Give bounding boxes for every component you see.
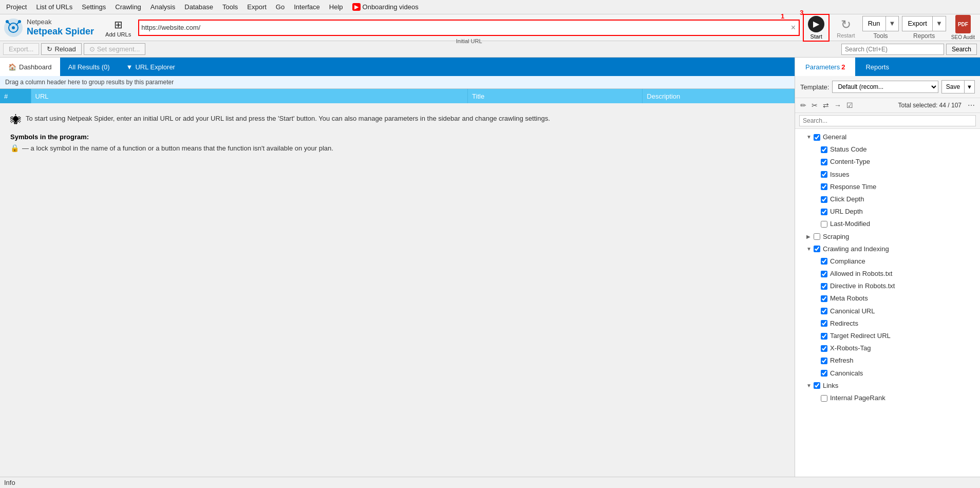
tree-checkbox[interactable] xyxy=(814,246,820,252)
forward-icon[interactable]: → xyxy=(833,100,842,110)
start-button[interactable]: ▶ Start xyxy=(803,14,830,42)
tree-item[interactable]: Meta Robots xyxy=(795,292,980,305)
tree-item[interactable]: ▶Scraping xyxy=(795,231,980,243)
tree-item[interactable]: Click Depth xyxy=(795,193,980,205)
params-search-input[interactable] xyxy=(799,115,976,126)
tree-item[interactable]: Status Code xyxy=(795,143,980,156)
tree-item[interactable]: Target Redirect URL xyxy=(795,330,980,342)
template-select[interactable]: Default (recom... xyxy=(832,81,938,93)
tab-all-results[interactable]: All Results (0) xyxy=(60,58,118,76)
cut-icon[interactable]: ✂ xyxy=(811,100,819,110)
tree-item[interactable]: Canonical URL xyxy=(795,305,980,317)
add-urls-button[interactable]: ⊞ Add URLs xyxy=(101,17,135,39)
menu-database[interactable]: Database xyxy=(180,2,217,12)
tree-item[interactable]: Allowed in Robots.txt xyxy=(795,268,980,280)
run-button[interactable]: Run ▼ xyxy=(862,16,899,31)
tree-checkbox[interactable] xyxy=(821,333,827,340)
tree-checkbox[interactable] xyxy=(821,146,827,153)
set-segment-button[interactable]: ⊙ Set segment... xyxy=(84,43,146,55)
menu-export[interactable]: Export xyxy=(243,2,271,12)
tree-item[interactable]: Directive in Robots.txt xyxy=(795,280,980,292)
tree-checkbox[interactable] xyxy=(821,221,827,228)
youtube-icon: ▶ xyxy=(352,3,361,11)
tree-checkbox[interactable] xyxy=(821,271,827,277)
tree-checkbox[interactable] xyxy=(821,320,827,327)
menu-interface[interactable]: Interface xyxy=(290,2,324,12)
tree-checkbox[interactable] xyxy=(821,358,827,364)
export-button-action[interactable]: Export... xyxy=(3,43,39,55)
tree-item[interactable]: Redirects xyxy=(795,317,980,330)
tree-item[interactable]: Internal PageRank xyxy=(795,392,980,404)
tree-item[interactable]: Issues xyxy=(795,168,980,181)
tree-label: Allowed in Robots.txt xyxy=(830,269,976,278)
tree-checkbox[interactable] xyxy=(821,258,827,265)
tree-checkbox[interactable] xyxy=(814,233,820,240)
tree-checkbox[interactable] xyxy=(821,370,827,377)
tab-reports[interactable]: Reports xyxy=(855,58,899,76)
tree-checkbox[interactable] xyxy=(821,209,827,215)
menu-go[interactable]: Go xyxy=(272,2,289,12)
menu-onboarding[interactable]: ▶ Onboarding videos xyxy=(348,2,423,12)
run-arrow-icon[interactable]: ▼ xyxy=(886,16,899,31)
tree-arrow-icon[interactable]: ▼ xyxy=(806,246,814,253)
tree-arrow-icon[interactable]: ▶ xyxy=(806,233,814,240)
drag-hint: Drag a column header here to group resul… xyxy=(0,76,795,89)
export-button[interactable]: Export ▼ xyxy=(902,16,946,31)
tree-item[interactable]: ▼Links xyxy=(795,380,980,392)
menu-project[interactable]: Project xyxy=(2,2,31,12)
tree-checkbox[interactable] xyxy=(821,183,827,190)
tree-item[interactable]: Response Time xyxy=(795,181,980,193)
check-icon[interactable]: ☑ xyxy=(845,100,854,110)
tree-item[interactable]: Last-Modified xyxy=(795,218,980,230)
tree-checkbox[interactable] xyxy=(821,308,827,314)
swap-icon[interactable]: ⇄ xyxy=(822,100,830,110)
tree-checkbox[interactable] xyxy=(821,159,827,165)
tree-arrow-icon[interactable]: ▼ xyxy=(806,134,814,141)
tree-item[interactable]: Refresh xyxy=(795,354,980,367)
save-button[interactable]: Save ▼ xyxy=(941,80,975,93)
reload-button[interactable]: ↻ Reload xyxy=(41,43,81,55)
tab-dashboard[interactable]: 🏠 Dashboard xyxy=(0,58,60,76)
tree-item[interactable]: Canonicals xyxy=(795,367,980,380)
menu-settings[interactable]: Settings xyxy=(78,2,110,12)
menu-tools[interactable]: Tools xyxy=(218,2,242,12)
tree-item[interactable]: URL Depth xyxy=(795,205,980,218)
data-table-wrap: # URL Title Description 🕷 To start using… xyxy=(0,89,795,477)
tab-parameters[interactable]: Parameters 2 xyxy=(795,58,855,76)
tree-checkbox[interactable] xyxy=(821,196,827,203)
seo-audit-button[interactable]: PDF SEO Audit xyxy=(949,14,977,41)
tree-item[interactable]: Content-Type xyxy=(795,156,980,168)
segment-icon: ⊙ xyxy=(89,45,95,53)
menu-analysis[interactable]: Analysis xyxy=(146,2,179,12)
tree-checkbox[interactable] xyxy=(821,171,827,178)
search-input[interactable] xyxy=(841,44,944,55)
tree-item[interactable]: Compliance xyxy=(795,255,980,268)
tree-item[interactable]: ▼Crawling and Indexing xyxy=(795,243,980,255)
save-arrow-icon[interactable]: ▼ xyxy=(965,81,974,93)
tab-url-explorer[interactable]: ▼ URL Explorer xyxy=(118,58,183,76)
right-panel: Parameters 2 Reports Template: Default (… xyxy=(795,58,980,477)
restart-button[interactable]: ↻ Restart xyxy=(833,16,859,40)
more-icon[interactable]: ⋯ xyxy=(967,100,976,110)
url-badge: 1 xyxy=(781,12,784,20)
url-input[interactable] xyxy=(141,24,790,31)
tree-checkbox[interactable] xyxy=(821,295,827,302)
export-arrow-icon[interactable]: ▼ xyxy=(933,16,946,31)
url-clear-button[interactable]: × xyxy=(790,23,797,32)
tree-checkbox[interactable] xyxy=(814,134,820,141)
edit-icon[interactable]: ✏ xyxy=(799,100,807,110)
search-go-button[interactable]: Search xyxy=(946,44,977,55)
tree-label: Last-Modified xyxy=(830,219,976,229)
menu-list-of-urls[interactable]: List of URLs xyxy=(32,2,77,12)
tree-checkbox[interactable] xyxy=(821,283,827,290)
tree-checkbox[interactable] xyxy=(821,345,827,352)
tree-item[interactable]: ▼General xyxy=(795,131,980,143)
menu-crawling[interactable]: Crawling xyxy=(111,2,145,12)
tree-checkbox[interactable] xyxy=(814,382,820,389)
tree-label: Links xyxy=(823,381,976,390)
tree-checkbox[interactable] xyxy=(821,395,827,402)
template-label: Template: xyxy=(800,83,829,91)
tree-arrow-icon[interactable]: ▼ xyxy=(806,382,814,389)
tree-item[interactable]: X-Robots-Tag xyxy=(795,342,980,354)
menu-help[interactable]: Help xyxy=(325,2,347,12)
